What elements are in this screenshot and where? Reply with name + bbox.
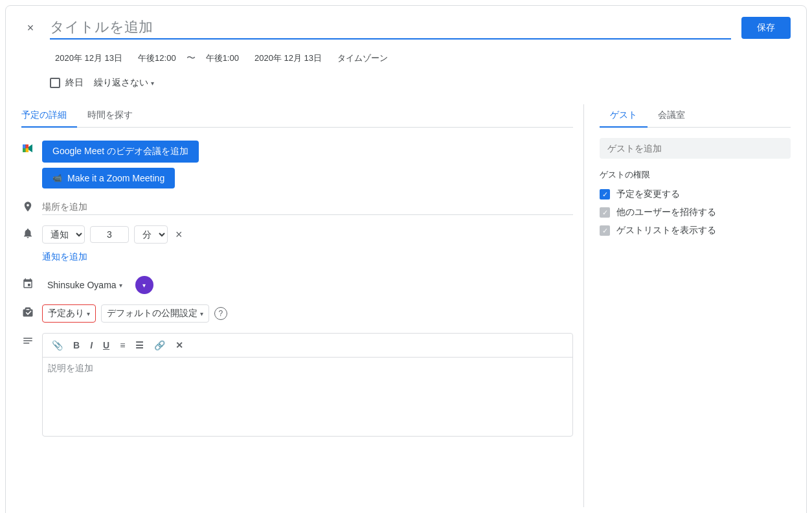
calendar-row: Shinsuke Oyama ▾ ▾ [42, 276, 573, 294]
description-placeholder: 説明を追加 [48, 363, 93, 373]
save-button[interactable]: 保存 [741, 17, 791, 39]
briefcase-icon [21, 306, 34, 319]
status-label: 予定あり [48, 308, 84, 319]
permission-label-1: 他のユーザーを招待する [616, 207, 716, 218]
zoom-button[interactable]: 📹 Make it a Zoom Meeting [42, 168, 175, 188]
allday-label: 終日 [65, 77, 84, 89]
allday-checkbox[interactable] [50, 78, 60, 88]
ordered-list-button[interactable]: ≡ [116, 339, 129, 352]
left-panel: 予定の詳細 時間を探す [21, 104, 583, 507]
end-time-button[interactable]: 午後1:00 [201, 50, 244, 67]
clear-format-button[interactable]: ✕ [172, 339, 187, 352]
help-icon[interactable]: ? [214, 307, 227, 320]
underline-button[interactable]: U [99, 339, 113, 352]
permission-checkbox-2[interactable] [600, 225, 610, 236]
notification-remove-button[interactable]: × [173, 227, 185, 243]
tab-find-time[interactable]: 時間を探す [77, 104, 143, 128]
permission-label-2: ゲストリストを表示する [616, 225, 716, 236]
right-panel: ゲスト 会議室 ゲストの権限 予定を変更する 他のユーザーを招待する ゲストリス… [583, 104, 791, 507]
calendar-section: Shinsuke Oyama ▾ ▾ [21, 276, 573, 294]
zoom-label: Make it a Zoom Meeting [67, 173, 164, 183]
location-section [21, 199, 573, 215]
svg-rect-2 [23, 144, 26, 148]
location-content [42, 199, 573, 215]
calendar-owner-arrow-icon: ▾ [119, 282, 122, 289]
description-content: 📎 B I U ≡ ☰ 🔗 ✕ 説明を追加 [42, 333, 573, 437]
permission-row-2: ゲストリストを表示する [600, 225, 791, 236]
start-time-button[interactable]: 午後12:00 [133, 50, 181, 67]
notification-value-input[interactable] [90, 226, 129, 243]
status-select-button[interactable]: 予定あり ▾ [42, 304, 96, 323]
zoom-icon: 📹 [52, 174, 62, 183]
calendar-owner-select[interactable]: Shinsuke Oyama ▾ [42, 277, 128, 293]
bell-icon [21, 227, 34, 240]
tilde: 〜 [186, 52, 196, 64]
svg-rect-5 [26, 148, 29, 152]
description-icon [21, 334, 34, 347]
video-section: Google Meet のビデオ会議を追加 📹 Make it a Zoom M… [21, 141, 573, 188]
notification-type-select[interactable]: 通知 [42, 225, 85, 244]
location-input[interactable] [42, 199, 573, 215]
timezone-button[interactable]: タイムゾーン [332, 50, 393, 67]
tab-room[interactable]: 会議室 [648, 104, 695, 128]
header-row: × 保存 [21, 16, 791, 40]
visibility-arrow-icon: ▾ [200, 310, 203, 317]
start-date-button[interactable]: 2020年 12月 13日 [50, 50, 128, 67]
notification-row: 通知 分 × [42, 225, 573, 244]
visibility-select-button[interactable]: デフォルトの公開設定 ▾ [101, 304, 209, 323]
visibility-label: デフォルトの公開設定 [107, 308, 197, 318]
repeat-arrow-icon: ▾ [151, 80, 154, 87]
repeat-label: 繰り返さない [94, 77, 148, 89]
svg-rect-4 [23, 148, 26, 152]
details-tabs: 予定の詳細 時間を探す [21, 104, 573, 128]
notification-section: 通知 分 × 通知を追加 [21, 225, 573, 266]
italic-button[interactable]: I [86, 339, 96, 352]
google-meet-button[interactable]: Google Meet のビデオ会議を追加 [42, 141, 199, 163]
allday-row: 終日 繰り返さない ▾ [50, 74, 791, 91]
calendar-icon [21, 277, 34, 290]
status-section: 予定あり ▾ デフォルトの公開設定 ▾ ? [21, 304, 573, 323]
permission-checkbox-0[interactable] [600, 189, 610, 200]
permission-checkbox-1[interactable] [600, 207, 610, 218]
color-arrow-icon: ▾ [142, 282, 146, 289]
permissions-title: ゲストの権限 [600, 169, 791, 181]
description-area: 📎 B I U ≡ ☰ 🔗 ✕ 説明を追加 [42, 333, 573, 437]
location-icon [21, 200, 34, 213]
google-meet-label: Google Meet のビデオ会議を追加 [52, 146, 188, 157]
calendar-color-button[interactable]: ▾ [135, 276, 153, 294]
video-content: Google Meet のビデオ会議を追加 📹 Make it a Zoom M… [42, 141, 573, 188]
description-section: 📎 B I U ≡ ☰ 🔗 ✕ 説明を追加 [21, 333, 573, 437]
tab-guest[interactable]: ゲスト [600, 104, 648, 128]
notification-unit-select[interactable]: 分 [134, 225, 168, 244]
title-input[interactable] [50, 16, 731, 40]
datetime-row: 2020年 12月 13日 午後12:00 〜 午後1:00 2020年 12月… [50, 50, 791, 67]
svg-rect-3 [26, 144, 29, 148]
link-button[interactable]: 🔗 [150, 339, 169, 352]
add-notification-button[interactable]: 通知を追加 [42, 249, 87, 266]
status-content: 予定あり ▾ デフォルトの公開設定 ▾ ? [42, 304, 573, 323]
right-tabs: ゲスト 会議室 [600, 104, 791, 128]
notification-content: 通知 分 × 通知を追加 [42, 225, 573, 266]
guest-input[interactable] [600, 138, 791, 159]
calendar-owner-label: Shinsuke Oyama [47, 280, 117, 290]
main-content: 予定の詳細 時間を探す [21, 104, 791, 507]
permission-row-1: 他のユーザーを招待する [600, 207, 791, 218]
description-toolbar: 📎 B I U ≡ ☰ 🔗 ✕ [43, 334, 572, 358]
repeat-button[interactable]: 繰り返さない ▾ [89, 74, 159, 91]
permission-label-0: 予定を変更する [616, 188, 680, 200]
permission-row-0: 予定を変更する [600, 188, 791, 200]
status-arrow-icon: ▾ [87, 310, 90, 317]
bold-button[interactable]: B [69, 339, 84, 352]
end-date-button[interactable]: 2020年 12月 13日 [249, 50, 327, 67]
description-input[interactable]: 説明を追加 [43, 358, 572, 435]
tab-details[interactable]: 予定の詳細 [21, 104, 77, 128]
main-container: × 保存 2020年 12月 13日 午後12:00 〜 午後1:00 2020… [5, 5, 807, 513]
calendar-content: Shinsuke Oyama ▾ ▾ [42, 276, 573, 294]
meet-icon [21, 142, 34, 155]
close-button[interactable]: × [21, 19, 39, 37]
status-row: 予定あり ▾ デフォルトの公開設定 ▾ ? [42, 304, 573, 323]
attach-button[interactable]: 📎 [48, 339, 67, 352]
unordered-list-button[interactable]: ☰ [131, 339, 148, 352]
